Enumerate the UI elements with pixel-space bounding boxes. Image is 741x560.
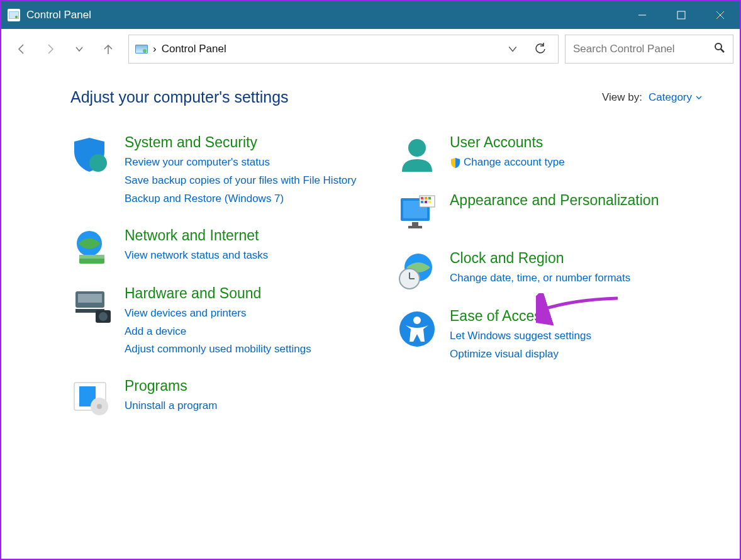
network-icon (70, 227, 113, 266)
svg-rect-32 (421, 201, 423, 203)
viewby-dropdown[interactable]: Category (649, 91, 702, 104)
category-link[interactable]: Optimize visual display (450, 345, 591, 364)
category-hardware-and-sound: Hardware and Sound View devices and prin… (70, 285, 377, 359)
category-link[interactable]: Change date, time, or number formats (450, 269, 630, 288)
recent-locations-dropdown[interactable] (65, 35, 93, 63)
svg-rect-30 (425, 197, 427, 199)
maximize-button[interactable] (662, 1, 701, 29)
minimize-button[interactable] (623, 1, 662, 29)
svg-point-40 (413, 316, 421, 324)
svg-rect-15 (78, 294, 102, 303)
svg-rect-31 (428, 197, 431, 199)
category-link[interactable]: Save backup copies of your files with Fi… (125, 172, 357, 190)
category-title[interactable]: System and Security (125, 134, 357, 151)
category-link-text: Change account type (464, 154, 565, 172)
hardware-icon (70, 285, 113, 324)
ease-of-access-icon (396, 308, 438, 347)
search-icon[interactable] (714, 42, 725, 56)
category-link[interactable]: Review your computer's status (125, 154, 357, 172)
category-link[interactable]: Change account type (450, 154, 565, 172)
category-title[interactable]: Appearance and Personalization (450, 192, 659, 209)
category-title[interactable]: Programs (125, 378, 217, 395)
category-clock-and-region: Clock and Region Change date, time, or n… (396, 250, 702, 289)
address-history-dropdown[interactable] (501, 38, 524, 60)
svg-rect-26 (412, 222, 418, 226)
appearance-icon (396, 192, 438, 231)
category-title[interactable]: Ease of Access (450, 308, 591, 325)
svg-rect-34 (428, 201, 431, 203)
category-title[interactable]: Clock and Region (450, 250, 630, 267)
svg-rect-27 (408, 226, 422, 228)
category-title[interactable]: Hardware and Sound (125, 285, 311, 302)
main-content: Adjust your computer's settings View by:… (1, 63, 740, 435)
chevron-down-icon (696, 94, 702, 101)
svg-rect-33 (425, 201, 427, 203)
category-link[interactable]: Adjust commonly used mobility settings (125, 340, 311, 359)
category-programs: Programs Uninstall a program (70, 378, 377, 417)
user-icon (396, 134, 438, 173)
up-button[interactable] (94, 35, 122, 63)
shield-icon (70, 134, 113, 173)
forward-button[interactable] (36, 35, 64, 63)
category-link[interactable]: View devices and printers (125, 305, 311, 323)
left-column: System and Security Review your computer… (70, 134, 377, 435)
location-icon (135, 45, 148, 53)
breadcrumb-separator: › (153, 43, 157, 55)
back-button[interactable] (8, 35, 35, 63)
category-network-and-internet: Network and Internet View network status… (70, 227, 377, 266)
viewby-label: View by: (602, 91, 642, 104)
titlebar: Control Panel (1, 1, 740, 29)
category-link[interactable]: View network status and tasks (125, 247, 268, 265)
svg-point-22 (97, 404, 102, 409)
svg-rect-4 (677, 11, 685, 19)
close-button[interactable] (701, 1, 740, 29)
uac-shield-icon (450, 157, 461, 168)
category-link[interactable]: Add a device (125, 323, 311, 341)
viewby-value-text: Category (649, 91, 692, 104)
category-link[interactable]: Uninstall a program (125, 397, 217, 415)
svg-point-8 (715, 43, 722, 50)
category-title[interactable]: Network and Internet (125, 227, 268, 244)
category-ease-of-access: Ease of Access Let Windows suggest setti… (396, 308, 702, 364)
clock-icon (396, 250, 438, 289)
page-title: Adjust your computer's settings (70, 88, 289, 106)
programs-icon (70, 378, 113, 417)
control-panel-app-icon (8, 9, 20, 21)
category-appearance-and-personalization: Appearance and Personalization (396, 192, 702, 231)
svg-point-10 (89, 154, 107, 172)
category-link[interactable]: Let Windows suggest settings (450, 327, 591, 345)
search-box[interactable] (565, 35, 733, 64)
svg-line-9 (721, 49, 724, 52)
address-bar[interactable]: › Control Panel (128, 35, 559, 64)
window-title: Control Panel (26, 9, 91, 21)
category-system-and-security: System and Security Review your computer… (70, 134, 377, 208)
svg-point-23 (408, 139, 426, 157)
category-user-accounts: User Accounts Change account type (396, 134, 702, 173)
svg-rect-13 (79, 255, 104, 259)
svg-point-18 (99, 312, 108, 321)
refresh-button[interactable] (529, 38, 552, 60)
svg-rect-29 (421, 197, 423, 199)
category-link[interactable]: Backup and Restore (Windows 7) (125, 190, 357, 208)
category-title[interactable]: User Accounts (450, 134, 565, 151)
navigation-toolbar: › Control Panel (1, 29, 740, 63)
breadcrumb-current[interactable]: Control Panel (162, 43, 226, 55)
svg-point-2 (15, 16, 18, 18)
right-column: User Accounts Change account type Appear… (396, 134, 702, 435)
search-input[interactable] (573, 43, 714, 55)
